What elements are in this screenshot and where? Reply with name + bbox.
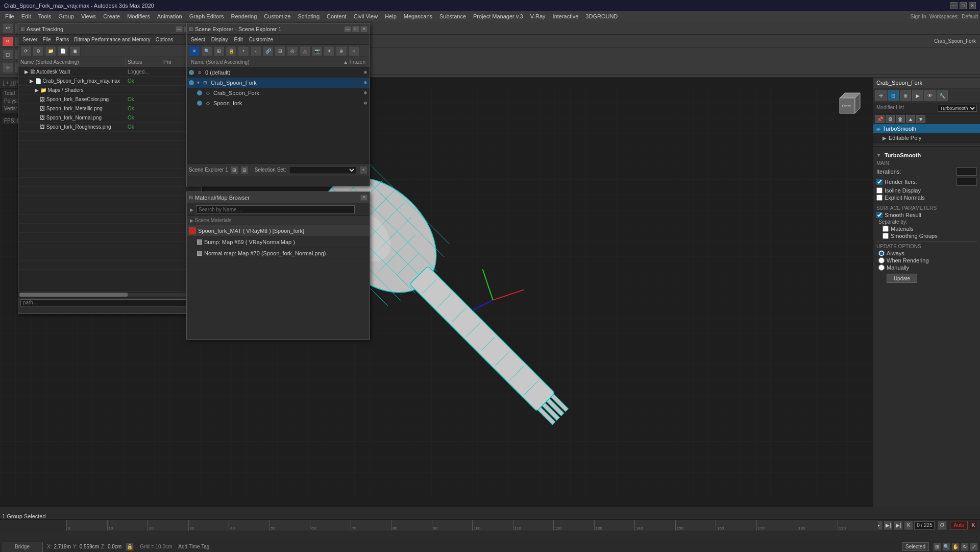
at-row-normal[interactable]: 🖼 Spoon_fork_Normal.png Ok (18, 113, 201, 123)
at-menu-server[interactable]: Server (20, 36, 39, 43)
menu-project-manager[interactable]: Project Manager v.3 (470, 12, 526, 20)
minimize-button[interactable]: — (950, 2, 958, 9)
add-time-tag-btn[interactable]: Add Time Tag (178, 544, 209, 549)
se-camera-btn-tb[interactable]: 📷 (311, 46, 323, 56)
geometry-btn[interactable]: ◻ (2, 50, 13, 60)
curve-editor-button[interactable]: R (2, 36, 13, 46)
modifier-turbosmooth[interactable]: ◈ TurboSmooth (873, 124, 980, 133)
manually-radio[interactable] (878, 265, 885, 271)
pan-btn[interactable]: ✋ (951, 543, 960, 551)
se-light-btn-tb[interactable]: ☀ (324, 46, 335, 56)
maximize-viewport-btn[interactable]: ⤢ (970, 543, 978, 551)
editable-poly-expand[interactable]: ▶ (883, 135, 887, 141)
at-menu-bitmap[interactable]: Bitmap Performance and Memory (72, 36, 153, 43)
modify-panel-btn[interactable]: ⊟ (888, 90, 899, 101)
se-spacewarp-btn[interactable]: ~ (348, 46, 359, 56)
workspace-value[interactable]: Default (962, 14, 978, 19)
se-search-btn[interactable]: 🔍 (201, 46, 212, 56)
display-panel-btn[interactable]: 👁 (924, 90, 936, 101)
se-row-mesh-2[interactable]: ◇ Spoon_fork ❄ (187, 98, 370, 108)
se-footer-btn-2[interactable]: ⊟ (240, 166, 249, 174)
scene-explorer-content[interactable]: ≡ 0 (default) ❄ ▼ ⊟ Crab_Spoon_Fork ❄ ◇ … (187, 67, 370, 163)
move-down-btn[interactable]: ▼ (916, 115, 925, 123)
sign-in-button[interactable]: Sign In (911, 14, 926, 19)
close-button[interactable]: ✕ (969, 2, 976, 9)
se-minimize[interactable]: — (344, 26, 351, 32)
se-eye-mesh2[interactable] (197, 101, 202, 106)
hierarchy-panel-btn[interactable]: ⊕ (900, 90, 911, 101)
menu-group[interactable]: Group (55, 12, 77, 20)
mat-row-normal[interactable]: Normal map: Map #70 (Spoon_fork_Normal.p… (187, 248, 370, 259)
se-group-expand[interactable]: ▼ (196, 80, 201, 85)
render-iters-input[interactable]: 2 (957, 178, 977, 186)
se-expand-btn[interactable]: + (238, 46, 249, 56)
menu-3dground[interactable]: 3DGROUND (582, 12, 621, 20)
menu-vray[interactable]: V-Ray (527, 12, 549, 20)
last-frame-btn[interactable]: ▶| (894, 521, 903, 530)
menu-graph-editors[interactable]: Graph Editors (186, 12, 227, 20)
at-row-metallic[interactable]: 🖼 Spoon_fork_Metallic.png Ok (18, 104, 201, 113)
se-layer-btn[interactable]: ⊟ (275, 46, 286, 56)
mat-row-spoon-mat[interactable]: Spoon_fork_MAT ( VRayMtl ) [Spoon_fork] (187, 225, 370, 236)
se-helper-btn[interactable]: ⊕ (336, 46, 347, 56)
se-eye-group[interactable] (189, 80, 194, 85)
next-frame-btn[interactable]: ▶| (884, 521, 893, 530)
menu-animation[interactable]: Animation (154, 12, 185, 20)
se-footer-btn-1[interactable]: ⊞ (230, 166, 238, 174)
se-link-btn[interactable]: 🔗 (262, 46, 274, 56)
menu-create[interactable]: Create (100, 12, 123, 20)
se-lock-btn[interactable]: 🔒 (226, 46, 237, 56)
isoline-checkbox[interactable] (876, 187, 883, 194)
at-row-vault[interactable]: ▶ 🏛 Autodesk Vault Logged... (18, 67, 201, 77)
mat-search-input[interactable] (196, 205, 355, 213)
se-menu-customize[interactable]: Customize (247, 36, 275, 43)
set-key-btn[interactable]: K (969, 521, 978, 530)
se-menu-select[interactable]: Select (189, 36, 207, 43)
configure-btn[interactable]: ⚙ (886, 115, 895, 123)
menu-scripting[interactable]: Scripting (295, 12, 323, 20)
menu-content[interactable]: Content (324, 12, 350, 20)
at-row-maxfile[interactable]: ▶ 📄 Crab_Spoon_Fork_max_vray.max Ok (18, 77, 201, 86)
menu-tools[interactable]: Tools (35, 12, 55, 20)
navigation-cube[interactable]: Front (832, 88, 863, 118)
at-menu-file[interactable]: File (40, 36, 53, 43)
menu-civil-view[interactable]: Civil View (351, 12, 381, 20)
se-menu-edit[interactable]: Edit (232, 36, 245, 43)
explicit-normals-checkbox[interactable] (876, 195, 883, 201)
se-row-mesh-1[interactable]: ◇ Crab_Spoon_Fork ❄ (187, 88, 370, 98)
at-menu-options[interactable]: Options (154, 36, 175, 43)
asset-tracking-content[interactable]: ▶ 🏛 Autodesk Vault Logged... ▶ 📄 Crab_Sp… (18, 67, 201, 291)
at-row-maps[interactable]: ▶ 📁 Maps / Shaders (18, 86, 201, 95)
se-eye-default[interactable] (189, 70, 194, 75)
frame-input[interactable]: 0 / 225 (914, 521, 935, 530)
menu-help[interactable]: Help (382, 12, 400, 20)
menu-interactive[interactable]: Interactive (550, 12, 582, 20)
menu-megascans[interactable]: Megascans (401, 12, 435, 20)
at-folder-btn[interactable]: 📁 (45, 46, 56, 56)
se-row-default-layer[interactable]: ≡ 0 (default) ❄ (187, 67, 370, 78)
materials-checkbox[interactable] (883, 226, 889, 232)
when-rendering-radio[interactable] (878, 257, 885, 263)
auto-key-btn[interactable]: Auto (950, 521, 968, 530)
menu-edit[interactable]: Edit (18, 12, 34, 20)
menu-rendering[interactable]: Rendering (228, 12, 260, 20)
extra-tool-1[interactable]: ⊹ (2, 63, 13, 73)
create-panel-btn[interactable]: ✛ (875, 90, 887, 101)
se-selection-set-dropdown[interactable] (289, 166, 356, 174)
se-collapse-btn[interactable]: - (250, 46, 261, 56)
utilities-panel-btn[interactable]: 🔧 (937, 90, 948, 101)
se-shape-btn[interactable]: △ (299, 46, 310, 56)
mat-browser-close[interactable]: ✕ (360, 195, 368, 201)
menu-substance[interactable]: Substance (436, 12, 469, 20)
at-path-input[interactable] (20, 299, 199, 306)
render-iters-checkbox[interactable] (876, 179, 883, 185)
iterations-input[interactable]: 0 (957, 167, 977, 176)
zoom-btn[interactable]: 🔍 (942, 543, 950, 551)
se-geo-btn[interactable]: ◎ (287, 46, 298, 56)
se-maximize[interactable]: □ (352, 26, 359, 32)
at-refresh-btn[interactable]: ⟳ (20, 46, 32, 56)
motion-panel-btn[interactable]: ▶ (912, 90, 923, 101)
always-radio[interactable] (878, 250, 885, 256)
se-sort-btn[interactable]: ⊞ (213, 46, 225, 56)
menu-file[interactable]: File (2, 12, 17, 20)
